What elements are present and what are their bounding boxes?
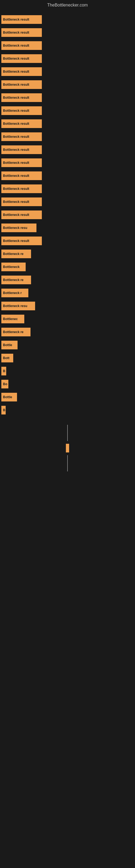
bar-row: Bottleneck result xyxy=(0,208,135,221)
bottleneck-bar-30: Bottle xyxy=(1,393,17,401)
bar-row: Bottleneck re xyxy=(0,273,135,286)
bottleneck-bar-24: Bottlenec xyxy=(1,315,24,323)
bottleneck-bar-11: Bottleneck result xyxy=(1,145,42,154)
bar-row: Bottleneck resu xyxy=(0,221,135,235)
bottleneck-bar-19: Bottleneck re xyxy=(1,250,31,258)
bottleneck-bar-6: Bottleneck result xyxy=(1,80,42,89)
bottleneck-bar-23: Bottleneck resu xyxy=(1,302,35,310)
bottleneck-bar-21: Bottleneck re xyxy=(1,276,31,284)
bar-row: Bottleneck result xyxy=(0,195,135,208)
bar-row: Bottleneck result xyxy=(0,39,135,52)
bottleneck-bar-15: Bottleneck result xyxy=(1,197,42,206)
bar-row: Bottleneck result xyxy=(0,13,135,26)
bottleneck-bar-16: Bottleneck result xyxy=(1,211,42,219)
bar-row: Bo xyxy=(0,378,135,391)
bottleneck-bar-12: Bottleneck result xyxy=(1,158,42,167)
bottleneck-bar-5: Bottleneck result xyxy=(1,67,42,76)
bar-row: Bottle xyxy=(0,339,135,351)
bottleneck-bar-31: B xyxy=(1,406,6,414)
site-title: TheBottlenecker.com xyxy=(0,0,135,10)
bottom-section xyxy=(0,425,135,471)
bottleneck-bar-3: Bottleneck result xyxy=(1,41,42,50)
bottleneck-bar-18: Bottleneck result xyxy=(1,237,42,245)
bar-row: Bottleneck resu xyxy=(0,300,135,312)
bar-row: Bottleneck result xyxy=(0,143,135,156)
bar-row: Bottleneck re xyxy=(0,326,135,339)
bottleneck-bar-27: Bott xyxy=(1,354,13,362)
bar-row: B xyxy=(0,404,135,416)
bar-row: Bottleneck result xyxy=(0,65,135,78)
bar-row: Bottleneck result xyxy=(0,130,135,143)
bottleneck-bar-9: Bottleneck result xyxy=(1,119,42,128)
bars-container: Bottleneck resultBottleneck resultBottle… xyxy=(0,10,135,420)
bar-row: Bottleneck result xyxy=(0,91,135,104)
tiny-bar xyxy=(66,444,69,453)
bar-row: Bottle xyxy=(0,391,135,404)
vertical-line-2 xyxy=(67,455,68,471)
bar-row: Bottleneck result xyxy=(0,235,135,247)
bar-row: Bottleneck r xyxy=(0,286,135,300)
bottleneck-bar-14: Bottleneck result xyxy=(1,184,42,193)
bar-row: Bottleneck result xyxy=(0,78,135,91)
bottleneck-bar-20: Bottleneck xyxy=(1,262,26,271)
bar-row: Bottleneck re xyxy=(0,247,135,260)
bottleneck-bar-1: Bottleneck result xyxy=(1,15,42,24)
bar-row: Bottleneck result xyxy=(0,52,135,65)
bottleneck-bar-8: Bottleneck result xyxy=(1,106,42,115)
bottleneck-bar-28: B xyxy=(1,367,6,375)
bottleneck-bar-25: Bottleneck re xyxy=(1,328,31,336)
bar-row: Bottleneck result xyxy=(0,156,135,169)
bar-row: Bottleneck xyxy=(0,260,135,273)
bar-row: Bottleneck result xyxy=(0,104,135,117)
bar-row: B xyxy=(0,365,135,378)
bottleneck-bar-29: Bo xyxy=(1,380,8,389)
bottleneck-bar-22: Bottleneck r xyxy=(1,289,28,297)
bottleneck-bar-17: Bottleneck resu xyxy=(1,223,37,232)
bar-row: Bottleneck result xyxy=(0,169,135,182)
bar-row: Bott xyxy=(0,351,135,365)
bottleneck-bar-13: Bottleneck result xyxy=(1,172,42,180)
bar-row: Bottleneck result xyxy=(0,182,135,195)
bar-row: Bottlenec xyxy=(0,312,135,326)
bar-row: Bottleneck result xyxy=(0,117,135,130)
bottleneck-bar-10: Bottleneck result xyxy=(1,132,42,141)
page-wrapper: TheBottlenecker.com Bottleneck resultBot… xyxy=(0,0,135,471)
bottleneck-bar-4: Bottleneck result xyxy=(1,54,42,63)
bottleneck-bar-26: Bottle xyxy=(1,341,17,349)
bar-row: Bottleneck result xyxy=(0,26,135,39)
vertical-line-1 xyxy=(67,425,68,441)
bottleneck-bar-7: Bottleneck result xyxy=(1,93,42,102)
bottleneck-bar-2: Bottleneck result xyxy=(1,28,42,37)
